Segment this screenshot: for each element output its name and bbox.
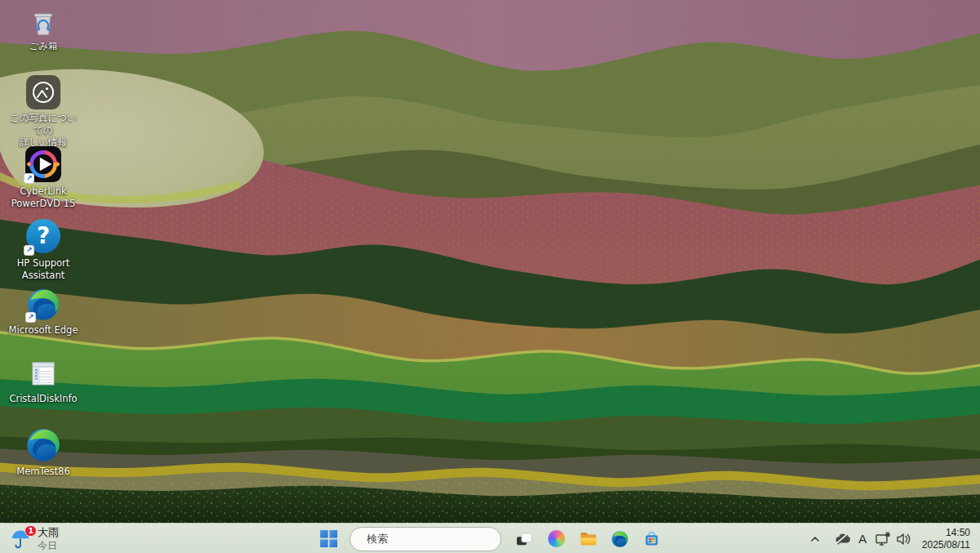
volume-button[interactable] [893, 527, 914, 551]
file-explorer-icon [579, 529, 598, 548]
svg-text:?: ? [37, 222, 50, 249]
onedrive-cloud-slash-icon [834, 531, 850, 547]
photo-info-icon [26, 75, 60, 109]
clock-time: 14:50 [922, 527, 970, 539]
desktop-icon-memtest86[interactable]: MemTest86 [6, 427, 81, 478]
file-explorer-button[interactable] [573, 525, 603, 553]
umbrella-icon: 1 [10, 528, 31, 550]
hidden-icons-button[interactable] [805, 527, 826, 551]
shortcut-arrow-icon: ↗ [24, 245, 34, 256]
desktop-icon-recycle-bin[interactable]: ごみ箱 [6, 7, 81, 52]
cyberlink-powerdvd-icon: ↗ [24, 145, 62, 183]
shortcut-arrow-icon: ↗ [24, 173, 34, 184]
desktop-icon-label: CristalDiskInfo [6, 393, 81, 405]
desktop-icon-photo-info[interactable]: この写真についての詳しい情報 [6, 75, 81, 149]
weather-badge: 1 [24, 525, 37, 537]
desktop-icon-label: CyberLinkPowerDVD 15 [6, 185, 81, 210]
desktop-icon-label: HP SupportAssistant [6, 257, 81, 282]
ime-mode-indicator: A [858, 532, 866, 546]
desktop-surface[interactable]: ごみ箱 この写真についての詳しい情報 [0, 0, 980, 523]
weather-condition: 大雨 [38, 526, 59, 539]
ime-mode-button[interactable]: A [853, 527, 873, 551]
microsoft-store-icon [643, 530, 661, 548]
edge-icon [611, 530, 629, 548]
desktop-icon-crystaldiskinfo[interactable]: CristalDiskInfo [6, 358, 81, 405]
task-view-button[interactable] [510, 525, 539, 553]
shortcut-arrow-icon: ↗ [25, 312, 36, 323]
desktop-icon-hp-support-assistant[interactable]: ? ↗ HP SupportAssistant [6, 217, 81, 282]
windows-logo-icon [320, 530, 337, 547]
taskbar: 1 大雨 今日 [0, 523, 980, 553]
network-button[interactable] [873, 527, 893, 551]
hp-support-assistant-icon: ? ↗ [24, 217, 62, 255]
edge-icon [25, 427, 61, 463]
weather-day: 今日 [38, 539, 59, 552]
desktop-icon-label: この写真についての詳しい情報 [6, 112, 81, 149]
taskbar-center [314, 524, 666, 553]
system-tray: A 14 [805, 524, 980, 553]
edge-button[interactable] [605, 525, 635, 553]
clock-date: 2025/08/11 [922, 539, 970, 551]
start-button[interactable] [314, 525, 343, 553]
microsoft-store-button[interactable] [637, 525, 666, 553]
clock-button[interactable]: 14:50 2025/08/11 [922, 527, 970, 551]
task-view-icon [515, 530, 533, 548]
widgets-weather-button[interactable]: 1 大雨 今日 [0, 524, 70, 553]
chevron-up-icon [808, 533, 822, 546]
edge-icon: ↗ [26, 288, 60, 322]
desktop-icon-label: Microsoft Edge [6, 324, 81, 337]
desktop-icon-cyberlink-powerdvd[interactable]: ↗ CyberLinkPowerDVD 15 [6, 145, 81, 210]
speaker-icon [895, 531, 911, 547]
screen: ごみ箱 この写真についての詳しい情報 [0, 0, 980, 553]
recycle-bin-icon [28, 7, 59, 38]
desktop-icon-label: ごみ箱 [6, 40, 81, 52]
copilot-icon [548, 530, 565, 547]
copilot-button[interactable] [541, 525, 571, 553]
wallpaper [0, 0, 980, 523]
search-input[interactable] [367, 533, 506, 545]
onedrive-status-button[interactable] [832, 527, 853, 551]
desktop-icon-label: MemTest86 [6, 466, 81, 478]
crystaldiskinfo-icon [27, 358, 60, 390]
desktop-icon-microsoft-edge[interactable]: ↗ Microsoft Edge [6, 288, 81, 337]
ethernet-network-icon [875, 531, 891, 547]
search-box[interactable] [350, 527, 501, 551]
